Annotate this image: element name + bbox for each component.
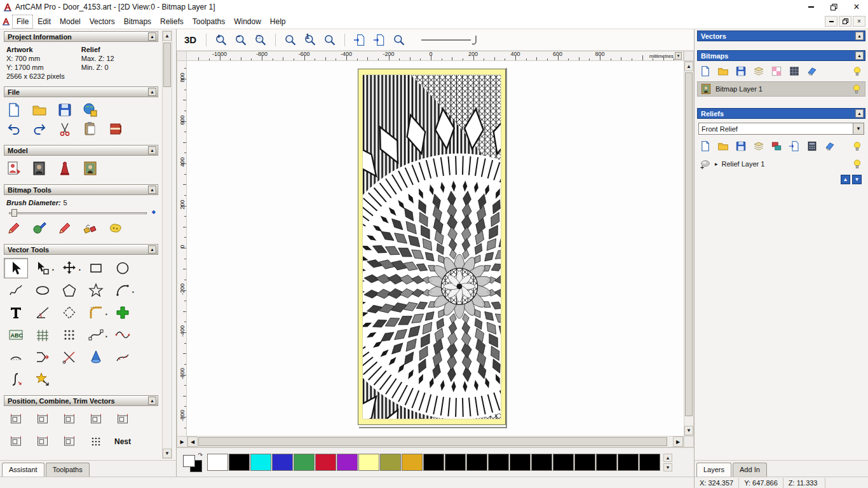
curve-fit-tool[interactable] <box>111 347 135 367</box>
palette-swatch-5[interactable] <box>294 454 315 471</box>
palette-swatch-8[interactable] <box>358 454 379 471</box>
mdi-close-button[interactable]: × <box>853 16 865 27</box>
delete-bitmap-layer-icon[interactable] <box>806 65 818 77</box>
collapse-position-button[interactable]: ▲ <box>148 396 156 405</box>
paste-vector-tool[interactable] <box>111 302 135 323</box>
minimize-button[interactable] <box>799 0 822 14</box>
open-model-icon[interactable] <box>32 102 47 118</box>
nesting-tool[interactable] <box>57 325 81 345</box>
canvas-viewport[interactable] <box>187 61 684 436</box>
create-circle-tool[interactable] <box>111 258 135 278</box>
canvas-scroll-down-icon[interactable]: ▼ <box>684 426 693 435</box>
flood-fill-tool-icon[interactable] <box>83 220 98 236</box>
scroll-up-icon[interactable]: ▲ <box>163 31 172 41</box>
canvas-scroll-left-icon[interactable]: ◀ <box>187 437 198 447</box>
units-dropdown-icon[interactable]: ▼ <box>675 52 682 60</box>
align-objects-centre-tool[interactable] <box>111 409 135 430</box>
palette-swatch-21[interactable] <box>639 454 660 471</box>
tab-layers[interactable]: Layers <box>696 463 731 477</box>
scroll-down-icon[interactable]: ▼ <box>163 449 172 458</box>
menu-item-toolpaths[interactable]: Toolpaths <box>188 15 229 29</box>
canvas-scroll-right-icon[interactable]: ▶ <box>673 437 683 447</box>
swap-colours-icon[interactable]: ↷ <box>198 452 203 458</box>
paint-tool-icon[interactable] <box>6 220 22 236</box>
palette-swatch-11[interactable] <box>423 454 444 471</box>
brush-diameter-slider[interactable] <box>9 208 147 215</box>
palette-swatch-12[interactable] <box>445 454 466 471</box>
arc-fit-tool[interactable] <box>4 347 28 367</box>
canvas-scroll-up-icon[interactable]: ▲ <box>684 62 693 71</box>
primary-secondary-colour-swatch[interactable]: ↷ <box>183 453 202 472</box>
zoom-out-button[interactable]: − <box>233 32 248 48</box>
join-vectors-tool[interactable] <box>31 347 55 367</box>
menu-item-file[interactable]: File <box>12 15 33 29</box>
collapse-vector-tools-button[interactable]: ▲ <box>148 245 156 254</box>
centre-in-page-tool[interactable] <box>4 431 28 452</box>
create-star-tool[interactable] <box>84 280 108 301</box>
pan-mode-button[interactable]: ▶ <box>177 436 187 447</box>
move-layer-down-button[interactable]: ▼ <box>852 175 862 184</box>
canvas-hscroll-thumb[interactable] <box>198 437 667 446</box>
palette-swatch-6[interactable] <box>315 454 336 471</box>
duplicate-relief-layer-icon[interactable] <box>753 140 764 152</box>
bitmap-transparency-icon[interactable] <box>771 65 782 77</box>
palette-swatch-16[interactable] <box>531 454 552 471</box>
new-relief-layer-icon[interactable] <box>700 140 711 152</box>
palette-swatch-9[interactable] <box>380 454 401 471</box>
palette-swatch-18[interactable] <box>574 454 595 471</box>
menu-item-bitmaps[interactable]: Bitmaps <box>119 15 156 29</box>
paste-special-icon[interactable] <box>108 121 123 137</box>
create-polygon-tool[interactable] <box>57 280 81 301</box>
toggle-bitmap-visibility-button[interactable] <box>352 32 367 48</box>
bezier-editing-tool[interactable] <box>84 325 108 345</box>
restore-button[interactable] <box>822 0 845 14</box>
adjust-model-icon[interactable] <box>32 161 47 176</box>
palette-swatch-4[interactable] <box>272 454 293 471</box>
palette-swatch-20[interactable] <box>618 454 639 471</box>
collapse-bitmap-tools-button[interactable]: ▲ <box>148 186 156 194</box>
bitmap-layer-item[interactable]: Bitmap Layer 1 <box>697 81 865 97</box>
palette-swatch-7[interactable] <box>337 454 358 471</box>
extrude-tool[interactable] <box>84 347 108 367</box>
slider-thumb[interactable] <box>11 209 17 217</box>
bitmap-to-vector-tool[interactable] <box>31 325 55 345</box>
relief-layer-item[interactable]: ▸ Relief Layer 1 <box>697 156 865 172</box>
group-vectors-tool[interactable] <box>31 431 55 452</box>
toggle-all-bitmaps-icon[interactable] <box>851 65 863 77</box>
create-polyline-tool[interactable] <box>4 280 28 301</box>
palette-swatch-15[interactable] <box>510 454 531 471</box>
relief-dropdown-icon[interactable]: ▼ <box>853 123 864 134</box>
open-relief-layer-icon[interactable] <box>717 140 729 152</box>
subtract-vectors-tool[interactable] <box>84 431 108 452</box>
palette-swatch-1[interactable] <box>207 454 228 471</box>
relief-layer-visibility-icon[interactable] <box>851 158 863 170</box>
menu-item-edit[interactable]: Edit <box>33 15 55 29</box>
menu-item-model[interactable]: Model <box>55 15 85 29</box>
paste-icon[interactable] <box>83 121 98 137</box>
tab-add-in[interactable]: Add In <box>733 463 767 477</box>
canvas-horizontal-scrollbar[interactable]: ◀ ▶ <box>187 436 684 447</box>
create-rectangle-tool[interactable] <box>84 258 108 278</box>
select-vectors-tool[interactable] <box>4 258 28 278</box>
cut-icon[interactable] <box>57 121 72 137</box>
delete-relief-layer-icon[interactable] <box>824 140 836 152</box>
zoom-fit-button[interactable] <box>283 32 298 48</box>
palette-scroll-down-icon[interactable]: ▼ <box>663 463 672 471</box>
canvas-vertical-scrollbar[interactable]: ▲ ▼ <box>684 61 694 436</box>
offset-vector-tool[interactable] <box>57 302 81 323</box>
save-relief-layer-icon[interactable] <box>735 140 747 152</box>
menu-item-window[interactable]: Window <box>229 15 266 29</box>
node-editing-tool[interactable] <box>31 258 55 278</box>
view-3d-button[interactable]: 3D <box>182 33 199 46</box>
relief-properties-icon[interactable] <box>789 140 800 152</box>
palette-swatch-13[interactable] <box>466 454 487 471</box>
tab-assistant[interactable]: Assistant <box>2 463 44 477</box>
collapse-file-button[interactable]: ▲ <box>148 88 156 96</box>
zoom-window-button[interactable]: □ <box>253 32 268 48</box>
collapse-vectors-panel-button[interactable]: ▲ <box>855 32 864 40</box>
align-objects-bottom-tool[interactable] <box>84 409 108 430</box>
primary-colour-swatch[interactable] <box>183 455 195 467</box>
import-model-icon[interactable] <box>83 102 98 118</box>
polyline-fit-tool[interactable] <box>111 325 135 345</box>
undo-icon[interactable] <box>6 121 22 137</box>
